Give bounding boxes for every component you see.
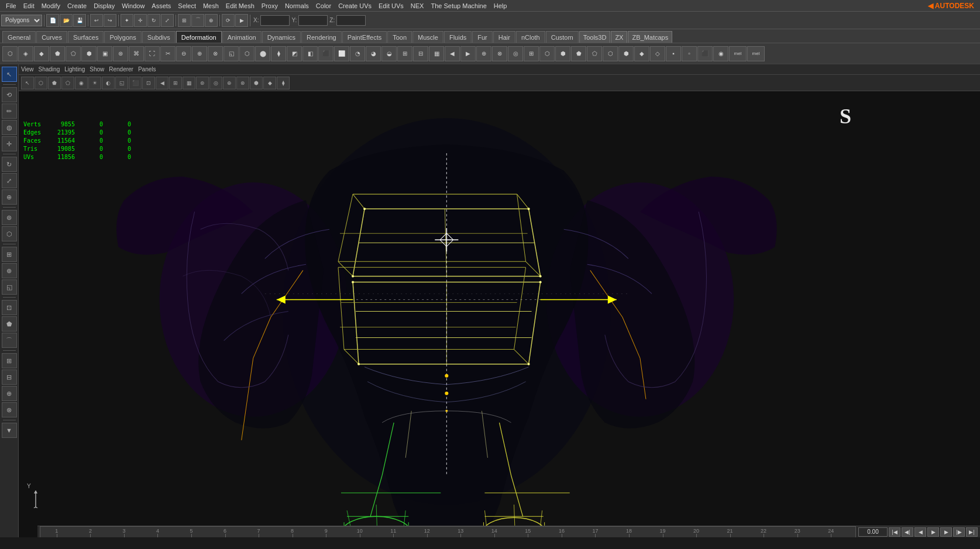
move-tool-button[interactable]: ✛: [134, 14, 147, 27]
shelf-icon-python[interactable]: mel: [747, 46, 765, 61]
menu-assets[interactable]: Assets: [148, 2, 174, 9]
menu-edit[interactable]: Edit: [20, 2, 38, 9]
tab-curves[interactable]: Curves: [36, 31, 67, 43]
move-tool-btn[interactable]: ✛: [2, 136, 17, 151]
shelf-icon-15[interactable]: ◱: [223, 46, 239, 61]
menu-normals[interactable]: Normals: [281, 2, 312, 9]
rotate-tool-btn[interactable]: ↻: [2, 157, 17, 172]
snap-surface-btn[interactable]: ◱: [2, 279, 17, 295]
shelf-icon-33[interactable]: ◎: [508, 46, 523, 61]
shelf-icon-17[interactable]: ⬤: [255, 46, 270, 61]
show-manip-btn[interactable]: ⬡: [2, 226, 17, 241]
shelf-icon-40[interactable]: ⬢: [618, 46, 634, 61]
expand-btn[interactable]: ▼: [2, 423, 17, 438]
shelf-icon-22[interactable]: ⬜: [334, 46, 349, 61]
menu-edit-uvs[interactable]: Edit UVs: [375, 2, 407, 9]
vp-icon-shadow[interactable]: ◐: [102, 77, 115, 89]
vp-icon-wire[interactable]: ⬡: [35, 77, 47, 89]
scale-tool-btn[interactable]: ⤢: [2, 173, 17, 188]
tab-hair[interactable]: Hair: [493, 31, 515, 43]
menu-file[interactable]: File: [2, 2, 20, 9]
tab-muscle[interactable]: Muscle: [412, 31, 443, 43]
paint-tool-btn[interactable]: ✏: [2, 103, 17, 119]
tl-next-key-btn[interactable]: |▶: [953, 527, 965, 537]
tl-end-btn[interactable]: ▶|: [966, 527, 978, 537]
menu-edit-mesh[interactable]: Edit Mesh: [222, 2, 258, 9]
shelf-icon-2[interactable]: ◈: [18, 46, 33, 61]
sculpt-tool-btn[interactable]: ◍: [2, 120, 17, 135]
soft-select-btn[interactable]: ⊛: [2, 210, 17, 225]
tab-deformation[interactable]: Deformation: [176, 31, 222, 43]
tab-animation[interactable]: Animation: [222, 31, 262, 43]
menu-color[interactable]: Color: [312, 2, 335, 9]
shelf-icon-43[interactable]: ▪: [666, 46, 681, 61]
menu-help[interactable]: Help: [490, 2, 511, 9]
scale-tool-button[interactable]: ⤢: [161, 14, 174, 27]
vp-menu-renderer[interactable]: Renderer: [109, 66, 133, 72]
menu-select[interactable]: Select: [174, 2, 200, 9]
shelf-icon-28[interactable]: ▦: [429, 46, 444, 61]
shelf-icon-19[interactable]: ◩: [287, 46, 302, 61]
vp-menu-panels[interactable]: Panels: [138, 66, 156, 72]
tab-painteffects[interactable]: PaintEffects: [342, 31, 387, 43]
tab-fluids[interactable]: Fluids: [444, 31, 472, 43]
shelf-icon-38[interactable]: ⬠: [587, 46, 602, 61]
tab-zb-matcaps[interactable]: ZB_Matcaps: [628, 31, 672, 43]
tab-polygons[interactable]: Polygons: [104, 31, 141, 43]
vp-icon-smooth[interactable]: ⬟: [48, 77, 61, 89]
tab-fur[interactable]: Fur: [472, 31, 493, 43]
save-file-button[interactable]: 💾: [73, 14, 86, 27]
vp-icon-extra2[interactable]: ◆: [263, 77, 276, 89]
shelf-icon-46[interactable]: ◉: [713, 46, 728, 61]
vp-icon-2d[interactable]: ⊞: [169, 77, 182, 89]
shelf-icon-18[interactable]: ⧫: [271, 46, 286, 61]
rotate-tool-button[interactable]: ↻: [147, 14, 160, 27]
shelf-icon-31[interactable]: ⊕: [476, 46, 491, 61]
shelf-icon-39[interactable]: ⬡: [603, 46, 618, 61]
shelf-icon-9[interactable]: ⌘: [129, 46, 144, 61]
shelf-icon-11[interactable]: ✂: [160, 46, 176, 61]
menu-modify[interactable]: Modify: [38, 2, 64, 9]
snap-point-button[interactable]: ⊕: [205, 14, 218, 27]
extra-btn-4[interactable]: ⊗: [2, 402, 17, 417]
extra-btn-3[interactable]: ⊕: [2, 386, 17, 401]
camera-tool-btn[interactable]: ⊡: [2, 300, 17, 315]
viewport[interactable]: View Shading Lighting Show Renderer Pane…: [19, 64, 980, 537]
tab-ncloth[interactable]: nCloth: [516, 31, 545, 43]
vp-icon-light[interactable]: ☀: [88, 77, 101, 89]
menu-display[interactable]: Display: [90, 2, 118, 9]
shelf-icon-37[interactable]: ⬟: [571, 46, 586, 61]
shelf-icon-25[interactable]: ◒: [381, 46, 397, 61]
vp-menu-show[interactable]: Show: [90, 66, 104, 72]
vp-icon-xray[interactable]: ◱: [115, 77, 128, 89]
open-file-button[interactable]: 📂: [60, 14, 73, 27]
select-tool-button[interactable]: ✦: [121, 14, 133, 27]
tab-general[interactable]: General: [2, 31, 36, 43]
shelf-icon-5[interactable]: ⬠: [66, 46, 81, 61]
vp-icon-bbox[interactable]: ⬛: [129, 77, 142, 89]
shelf-icon-6[interactable]: ⬢: [81, 46, 97, 61]
shelf-icon-16[interactable]: ⬡: [239, 46, 255, 61]
shelf-icon-34[interactable]: ⊞: [524, 46, 539, 61]
current-time-input[interactable]: [858, 527, 888, 537]
universal-tool-btn[interactable]: ⊕: [2, 189, 17, 205]
shelf-icon-32[interactable]: ⊗: [492, 46, 507, 61]
tab-surfaces[interactable]: Surfaces: [68, 31, 104, 43]
shelf-icon-21[interactable]: ⬛: [318, 46, 333, 61]
vp-icon-aa[interactable]: ◀: [156, 77, 169, 89]
vp-icon-gate[interactable]: ⊗: [236, 77, 249, 89]
snap-curve-button[interactable]: ⌒: [191, 14, 204, 27]
shelf-icon-20[interactable]: ◧: [302, 46, 318, 61]
shelf-icon-8[interactable]: ⊛: [113, 46, 128, 61]
menu-create[interactable]: Create: [64, 2, 90, 9]
vp-icon-extra3[interactable]: ⧫: [277, 77, 290, 89]
vp-menu-view[interactable]: View: [21, 66, 34, 72]
tab-custom[interactable]: Custom: [546, 31, 579, 43]
tab-tools3d[interactable]: Tools3D: [579, 31, 611, 43]
shelf-icon-13[interactable]: ⊕: [192, 46, 207, 61]
vp-icon-isolate[interactable]: ◎: [209, 77, 222, 89]
timeline-track[interactable]: 123456789101112131415161718192021222324: [40, 526, 856, 538]
vp-icon-grid[interactable]: ▦: [183, 77, 195, 89]
vp-icon-resolution[interactable]: ⊕: [223, 77, 236, 89]
shelf-icon-36[interactable]: ⬢: [555, 46, 570, 61]
